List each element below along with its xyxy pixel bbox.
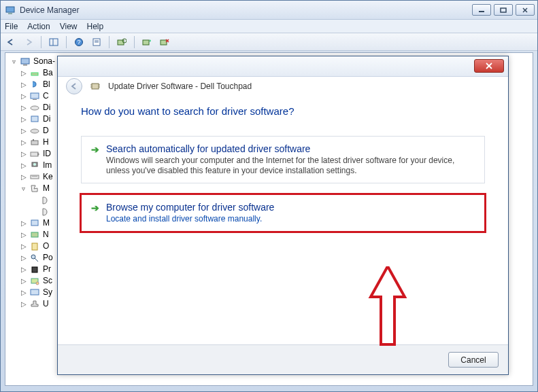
expand-icon[interactable]: ▷ [20,137,27,148]
tree-item-label: Sc [43,275,52,287]
tree-item-label: D [43,125,49,137]
expand-icon[interactable]: ▷ [20,298,27,310]
device-category-icon [29,288,40,298]
expand-icon[interactable]: ▷ [20,240,27,252]
option-browse-title: Browse my computer for driver software [106,202,274,213]
svg-rect-20 [23,65,27,66]
svg-rect-6 [50,39,58,46]
tree-item-label: U [43,298,49,310]
expand-icon[interactable]: ▷ [20,287,27,298]
window-buttons [472,4,535,16]
chip-icon [89,82,101,91]
update-driver-icon[interactable] [139,35,154,49]
svg-rect-23 [33,99,37,100]
expand-icon[interactable]: ▿ [20,183,27,194]
dialog-back-button[interactable] [66,78,82,94]
svg-rect-28 [33,139,34,141]
svg-rect-15 [143,40,149,45]
device-category-icon [29,126,40,136]
menu-action[interactable]: Action [27,22,50,31]
arrow-right-icon: ➔ [91,202,99,224]
tree-item-label: Pr [43,264,51,275]
expand-icon[interactable]: ▷ [20,264,27,275]
device-category-icon [29,184,40,194]
menu-help[interactable]: Help [87,22,104,31]
close-button[interactable] [516,4,535,16]
device-category-icon [29,149,40,159]
svg-point-40 [36,282,39,285]
computer-icon [20,57,31,67]
expand-icon[interactable]: ▷ [20,90,27,102]
svg-rect-22 [31,93,39,99]
minimize-button[interactable] [472,4,491,16]
expand-icon[interactable]: ▷ [20,229,27,240]
tree-item-label: H [43,137,49,148]
tree-item-label: Di [43,113,50,125]
arrow-right-icon: ➔ [91,144,99,176]
show-hide-console-icon[interactable] [46,35,61,49]
properties-icon[interactable] [89,35,104,49]
expand-icon[interactable]: ▷ [20,217,27,229]
svg-rect-41 [31,289,39,295]
collapse-icon[interactable]: ▿ [11,56,17,67]
tree-item-label: N [43,229,49,240]
svg-point-26 [31,129,39,133]
expand-icon[interactable]: ▷ [20,113,27,125]
dialog-titlebar [58,56,508,77]
tree-item-label: Po [43,252,53,264]
scan-hardware-icon[interactable] [114,35,129,49]
option-auto-sub: Windows will search your computer and th… [106,156,476,176]
svg-rect-19 [21,58,29,64]
option-search-auto[interactable]: ➔ Search automatically for updated drive… [81,136,485,183]
tree-item-label: Im [43,160,52,171]
device-category-icon [29,92,40,101]
device-manager-icon [5,5,16,16]
toolbar-sep [41,36,41,48]
expand-icon[interactable]: ▷ [20,79,27,90]
svg-rect-25 [31,116,38,122]
svg-rect-38 [32,267,37,272]
dialog-close-button[interactable] [474,59,504,73]
expand-icon[interactable]: ▷ [20,102,27,113]
svg-rect-44 [92,84,99,89]
option-browse-computer[interactable]: ➔ Browse my computer for driver software… [81,194,485,232]
device-category-icon [29,230,40,240]
svg-rect-34 [31,220,38,226]
update-driver-dialog: Update Driver Software - Dell Touchpad H… [57,56,509,375]
device-category-icon [29,161,40,171]
expand-icon[interactable]: ▷ [20,148,27,160]
device-category-icon [29,115,40,124]
svg-rect-1 [8,13,12,14]
expand-icon[interactable]: ▷ [20,125,27,137]
tree-item-label: ID [43,148,51,160]
expand-icon[interactable]: ▷ [20,171,27,183]
svg-rect-0 [6,7,14,12]
svg-rect-2 [479,11,484,12]
expand-icon[interactable]: ▷ [20,252,27,264]
dialog-body: How do you want to search for driver sof… [58,96,508,232]
forward-icon[interactable] [21,35,36,49]
svg-rect-27 [31,141,38,145]
expand-icon[interactable]: ▷ [20,67,27,79]
cancel-button[interactable]: Cancel [448,352,499,368]
wizard-question: How do you want to search for driver sof… [81,105,485,117]
menu-file[interactable]: File [5,22,18,31]
dialog-header-text: Update Driver Software - Dell Touchpad [108,82,252,91]
svg-point-31 [33,163,36,166]
back-icon[interactable] [3,35,18,49]
tree-item-label: M [43,183,50,194]
tree-item-label: Sy [43,287,52,298]
menu-view[interactable]: View [60,22,78,31]
expand-icon[interactable]: ▷ [20,275,27,287]
dm-toolbar: ? [1,33,537,51]
help-icon[interactable]: ? [71,35,86,49]
dm-title: Device Manager [20,5,472,15]
uninstall-icon[interactable] [157,35,172,49]
device-category-icon [29,265,40,274]
device-category-icon [29,80,40,90]
tree-item-label: M [43,217,50,229]
tree-item-label: C [43,90,49,102]
maximize-button[interactable] [494,4,513,16]
expand-icon[interactable]: ▷ [20,160,27,171]
tree-item-label: Ba [43,67,53,79]
